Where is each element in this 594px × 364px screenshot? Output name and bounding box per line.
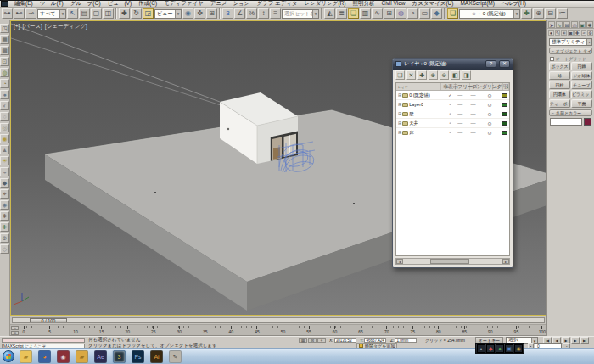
layer-manager-icon[interactable]: ❏ (348, 8, 359, 19)
primitive-button[interactable]: ボックス (549, 62, 570, 70)
motion-tab[interactable]: ◎ (571, 21, 578, 28)
reference-coordinate-dropdown[interactable]: ビュー▾ (154, 9, 182, 19)
freeze-toggle[interactable]: — (467, 92, 479, 98)
menu-item[interactable]: 編集(E) (11, 0, 36, 8)
menu-item[interactable]: グループ(G) (67, 0, 104, 8)
create-new-layer-button[interactable]: ❏ (395, 70, 405, 80)
select-objects-in-layer-icon[interactable]: ⊟ (545, 8, 556, 19)
custom-tool-16-icon[interactable]: ✦ (0, 189, 9, 199)
track-bar[interactable]: ∿ ⊞ 0 5 10 (10, 325, 546, 336)
custom-tool-3-icon[interactable]: ▩ (0, 46, 9, 55)
delete-layer-button[interactable]: ✕ (406, 70, 416, 80)
freeze-all-button[interactable]: ◨ (462, 70, 471, 80)
custom-tool-20-icon[interactable]: ⊕ (0, 233, 9, 243)
scrollbar-thumb[interactable] (430, 259, 470, 264)
cameras-category-icon[interactable]: ◙ (568, 30, 574, 36)
render-production-icon[interactable]: ◆ (431, 8, 442, 19)
expand-icon[interactable]: ⊞ (398, 120, 401, 126)
object-type-rollout[interactable]: − オブジェクト タイプ (549, 48, 592, 54)
hide-toggle[interactable]: — (454, 92, 467, 98)
utilities-tab[interactable]: ✱ (586, 21, 593, 28)
3dsmax-icon[interactable]: 3 (113, 350, 126, 363)
column-layer[interactable]: レイヤ (396, 83, 441, 90)
media-app-icon[interactable]: ◉ (57, 350, 70, 363)
renderable-eye-icon[interactable]: ⊙ (479, 120, 500, 126)
hide-toggle[interactable]: — (454, 111, 467, 116)
hierarchy-tab[interactable]: ⊟ (563, 21, 570, 28)
object-name-input[interactable] (550, 118, 582, 126)
create-tab[interactable]: ➤ (548, 21, 555, 28)
folder-2-icon[interactable]: ▰ (76, 350, 88, 363)
layer-name[interactable]: Layer0 (409, 102, 423, 107)
layer-name[interactable]: 壁 (409, 111, 414, 117)
photoshop-icon[interactable]: Ps (132, 350, 144, 363)
application-menu-icon[interactable] (1, 1, 8, 7)
window-crossing-icon[interactable]: ◫ (103, 8, 114, 19)
material-editor-icon[interactable]: ◍ (395, 8, 406, 19)
set-current-layer-icon[interactable]: ≔ (557, 8, 568, 19)
custom-tool-10-icon[interactable]: ◎ (0, 123, 9, 132)
y-coordinate-field[interactable]: 46667.424 (364, 338, 386, 343)
selection-region-icon[interactable]: ▢ (91, 8, 102, 19)
display-tab[interactable]: ▣ (579, 21, 586, 28)
close-button[interactable]: ✕ (499, 60, 510, 68)
renderable-eye-icon[interactable]: ⊙ (479, 102, 500, 108)
primitive-button[interactable]: 平面 (571, 99, 592, 108)
custom-tool-21-icon[interactable]: ◇ (0, 244, 9, 254)
primitive-button[interactable]: 円環体 (549, 90, 570, 98)
horizontal-scrollbar[interactable]: ◂ ▸ (395, 258, 510, 265)
bind-to-space-warp-icon[interactable]: ⊸ (25, 8, 36, 19)
explorer-folder-icon[interactable]: ▰ (20, 350, 32, 363)
menu-item[interactable]: グラフ エディタ (253, 0, 300, 8)
create-new-layer-icon[interactable]: ✚ (521, 8, 532, 19)
unlink-selection-icon[interactable]: ⊷ (14, 8, 25, 19)
custom-tool-1-icon[interactable]: ◳ (0, 24, 9, 33)
use-pivot-center-icon[interactable]: ◉ (182, 8, 193, 19)
menu-item[interactable]: 照明分析 (349, 0, 378, 8)
freeze-toggle[interactable]: — (467, 120, 479, 126)
layer-name[interactable]: 0 (既定値) (409, 92, 430, 98)
custom-tool-17-icon[interactable]: ◈ (0, 200, 9, 210)
hide-toggle[interactable]: — (454, 120, 467, 126)
layer-color-swatch[interactable] (502, 112, 507, 116)
layer-row[interactable]: ⊞ 床 ▫ — — ⊙ (396, 128, 509, 137)
primitive-button[interactable]: ピラミッド (571, 90, 592, 98)
column-freeze[interactable]: フリーズ (456, 83, 470, 90)
spacewarps-category-icon[interactable]: ≈ (581, 30, 587, 36)
schematic-view-icon[interactable]: ⊞ (384, 8, 395, 19)
custom-tool-19-icon[interactable]: ✚ (0, 222, 9, 232)
help-button[interactable]: ? (485, 60, 496, 68)
custom-tool-7-icon[interactable]: ● (0, 90, 9, 99)
menu-item[interactable]: ビュー(V) (104, 0, 135, 8)
column-extra[interactable]: ラ (503, 83, 509, 90)
selection-lock-icon[interactable]: ⊠ (308, 338, 317, 343)
custom-tool-5-icon[interactable]: ◍ (0, 68, 9, 77)
systems-category-icon[interactable]: ⊛ (587, 30, 593, 36)
menu-item[interactable]: アニメーション (207, 0, 253, 8)
layer-color-swatch[interactable] (502, 93, 507, 98)
custom-tool-6-icon[interactable]: ◔ (0, 79, 9, 88)
current-layer-mark[interactable]: ▫ (446, 111, 453, 116)
custom-tool-14-icon[interactable]: ◒ (0, 167, 9, 176)
pen-tool-icon[interactable]: ✎ (169, 350, 182, 363)
expand-icon[interactable]: ⊞ (398, 92, 401, 98)
snap-toggle-icon[interactable]: 3 (222, 8, 233, 19)
custom-tool-13-icon[interactable]: ☀ (0, 156, 9, 165)
highlight-layer-button[interactable]: ⊖ (440, 70, 449, 80)
add-to-layer-icon[interactable]: ⊕ (533, 8, 544, 19)
renderable-eye-icon[interactable]: ⊙ (479, 130, 500, 136)
macro-recorder-icon[interactable]: ▦ (299, 338, 307, 343)
current-layer-mark[interactable]: ▫ (446, 120, 453, 126)
add-selection-to-layer-button[interactable]: ✚ (417, 70, 427, 80)
geometry-category-icon[interactable]: ● (548, 30, 554, 36)
pinned-app-5-icon[interactable]: ◉ (514, 344, 523, 353)
keyboard-shortcut-override-icon[interactable]: ⊞ (206, 8, 217, 19)
current-layer-dropdown[interactable]: ‒ ‒ ⊙ ▪ 0 (既定値) ▾ (459, 9, 520, 19)
custom-tool-11-icon[interactable]: ◉ (0, 134, 9, 143)
layer-color-swatch[interactable] (502, 103, 507, 107)
frame-ruler[interactable]: 0 5 10 15 20 (21, 325, 545, 336)
viewport-label-segment[interactable]: [+] (14, 23, 20, 31)
viewport-label-segment[interactable]: [パース] (22, 23, 42, 31)
x-coordinate-field[interactable]: 38135.53 (334, 338, 356, 343)
primitive-button[interactable]: 円錐 (571, 62, 592, 70)
